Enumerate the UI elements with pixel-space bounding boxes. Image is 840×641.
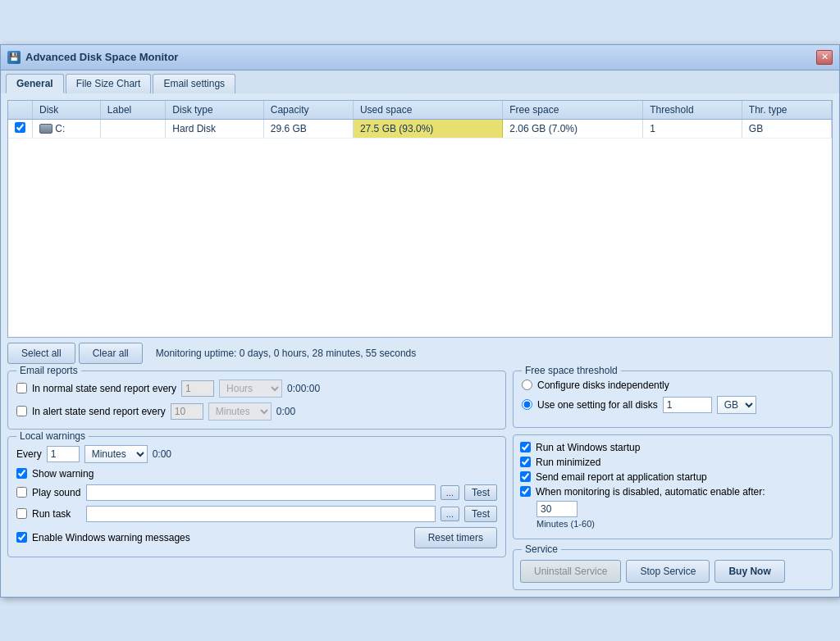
col-checkbox	[8, 101, 33, 120]
uninstall-service-button[interactable]: Uninstall Service	[520, 560, 621, 583]
enable-windows-label: Enable Windows warning messages	[32, 532, 190, 543]
use-one-setting-label: Use one setting for all disks	[537, 399, 658, 411]
service-group-label: Service	[522, 543, 561, 555]
table-row: C: Hard Disk 29.6 GB 27.5 GB (93.0%) 2.0…	[8, 119, 832, 138]
row-used-space: 27.5 GB (93.0%)	[353, 119, 502, 138]
left-panels: Email reports In normal state send repor…	[7, 371, 506, 590]
normal-state-value[interactable]	[181, 380, 214, 397]
main-window: 💾 Advanced Disk Space Monitor ✕ General …	[0, 44, 840, 598]
clear-all-button[interactable]: Clear all	[79, 343, 143, 364]
run-minimized-label: Run minimized	[536, 457, 600, 468]
local-warnings-group: Local warnings Every Minutes Hours Secon…	[7, 436, 506, 557]
col-threshold: Threshold	[643, 101, 742, 120]
when-disabled-label: When monitoring is disabled, automatic e…	[536, 486, 765, 498]
tab-email-settings[interactable]: Email settings	[153, 74, 235, 93]
normal-state-unit[interactable]: Hours Minutes Seconds	[219, 380, 282, 398]
table-header-row: Disk Label Disk type Capacity Used space…	[8, 101, 832, 120]
configure-independently-label: Configure disks independently	[537, 380, 669, 391]
send-email-checkbox[interactable]	[520, 471, 531, 482]
normal-state-checkbox[interactable]	[16, 383, 27, 393]
minutes-input-section: Minutes (1-60)	[536, 501, 825, 529]
run-minimized-row: Run minimized	[520, 457, 825, 468]
row-threshold: 1	[643, 119, 742, 138]
app-icon: 💾	[7, 51, 21, 64]
tabs-container: General File Size Chart Email settings	[1, 70, 839, 93]
window-title: Advanced Disk Space Monitor	[25, 51, 178, 63]
row-disk-type: Hard Disk	[166, 119, 263, 138]
email-reports-label: Email reports	[16, 365, 81, 376]
run-task-browse-button[interactable]: ...	[441, 507, 459, 521]
row-capacity: 29.6 GB	[263, 119, 353, 138]
right-panels: Free space threshold Configure disks ind…	[513, 371, 833, 590]
run-task-label: Run task	[32, 508, 81, 520]
free-space-threshold-label: Free space threshold	[522, 365, 621, 376]
row-checkbox-cell[interactable]	[8, 119, 33, 138]
every-unit[interactable]: Minutes Hours Seconds	[84, 445, 148, 463]
configure-independently-radio[interactable]	[522, 380, 532, 390]
minutes-label: Minutes (1-60)	[536, 519, 595, 529]
use-one-setting-row: Use one setting for all disks GB MB %	[522, 396, 824, 414]
reset-timers-button[interactable]: Reset timers	[414, 527, 497, 548]
startup-options-section: Run at Windows startup Run minimized Sen…	[513, 434, 833, 539]
col-disk-type: Disk type	[166, 101, 263, 120]
col-disk: Disk	[33, 101, 101, 120]
play-sound-checkbox[interactable]	[16, 487, 27, 498]
alert-state-unit[interactable]: Minutes Hours Seconds	[208, 402, 272, 421]
close-button[interactable]: ✕	[816, 50, 833, 65]
when-disabled-row: When monitoring is disabled, automatic e…	[520, 486, 825, 498]
play-sound-row: Play sound ... Test	[16, 484, 497, 501]
every-label: Every	[16, 448, 42, 460]
stop-service-button[interactable]: Stop Service	[626, 560, 710, 583]
content-area: Disk Label Disk type Capacity Used space…	[1, 93, 839, 597]
when-disabled-checkbox[interactable]	[520, 486, 531, 497]
normal-state-label: In normal state send report every	[32, 383, 176, 394]
title-bar: 💾 Advanced Disk Space Monitor ✕	[1, 45, 839, 70]
enable-windows-container: Enable Windows warning messages	[16, 532, 190, 543]
threshold-value[interactable]	[663, 397, 712, 413]
play-sound-test-button[interactable]: Test	[464, 484, 497, 501]
enable-windows-checkbox[interactable]	[16, 532, 27, 543]
col-label: Label	[100, 101, 165, 120]
threshold-unit[interactable]: GB MB %	[717, 396, 756, 414]
buy-now-button[interactable]: Buy Now	[714, 560, 784, 583]
alert-state-checkbox[interactable]	[16, 406, 27, 416]
col-used-space: Used space	[353, 101, 502, 120]
run-task-checkbox[interactable]	[16, 508, 27, 519]
free-space-threshold-group: Free space threshold Configure disks ind…	[513, 371, 833, 428]
run-minimized-checkbox[interactable]	[520, 457, 531, 467]
run-at-startup-row: Run at Windows startup	[520, 442, 825, 453]
local-warnings-label: Local warnings	[16, 430, 89, 442]
tab-file-size-chart[interactable]: File Size Chart	[66, 74, 152, 93]
alert-state-label: In alert state send report every	[32, 406, 166, 417]
every-row: Every Minutes Hours Seconds 0:00	[16, 445, 497, 463]
show-warning-checkbox[interactable]	[16, 468, 27, 479]
send-email-label: Send email report at application startup	[536, 471, 707, 483]
row-checkbox[interactable]	[15, 122, 25, 133]
play-sound-browse-button[interactable]: ...	[441, 485, 459, 500]
title-bar-left: 💾 Advanced Disk Space Monitor	[7, 51, 178, 64]
alert-state-value[interactable]	[171, 403, 203, 420]
tab-general[interactable]: General	[6, 74, 64, 93]
col-free-space: Free space	[503, 101, 643, 120]
minutes-value[interactable]	[536, 501, 578, 517]
play-sound-path[interactable]	[86, 484, 436, 501]
show-warning-label: Show warning	[32, 468, 94, 480]
windows-warning-row: Enable Windows warning messages Reset ti…	[16, 527, 497, 548]
every-value[interactable]	[47, 446, 80, 462]
run-at-startup-checkbox[interactable]	[520, 442, 531, 452]
run-task-test-button[interactable]: Test	[464, 506, 497, 522]
row-label	[100, 119, 165, 138]
alert-state-time: 0:00	[276, 406, 313, 417]
use-one-setting-radio[interactable]	[522, 399, 532, 410]
disk-icon	[39, 124, 52, 134]
alert-state-row: In alert state send report every Minutes…	[16, 402, 497, 421]
play-sound-label: Play sound	[32, 487, 81, 498]
select-all-button[interactable]: Select all	[7, 343, 75, 364]
service-buttons: Uninstall Service Stop Service Buy Now	[520, 560, 825, 583]
buttons-row: Select all Clear all Monitoring uptime: …	[7, 343, 833, 364]
uptime-text: Monitoring uptime: 0 days, 0 hours, 28 m…	[156, 348, 417, 359]
normal-state-time: 0:00:00	[287, 383, 324, 394]
row-thr-type: GB	[742, 119, 831, 138]
run-task-path[interactable]	[86, 506, 436, 522]
normal-state-row: In normal state send report every Hours …	[16, 380, 497, 398]
